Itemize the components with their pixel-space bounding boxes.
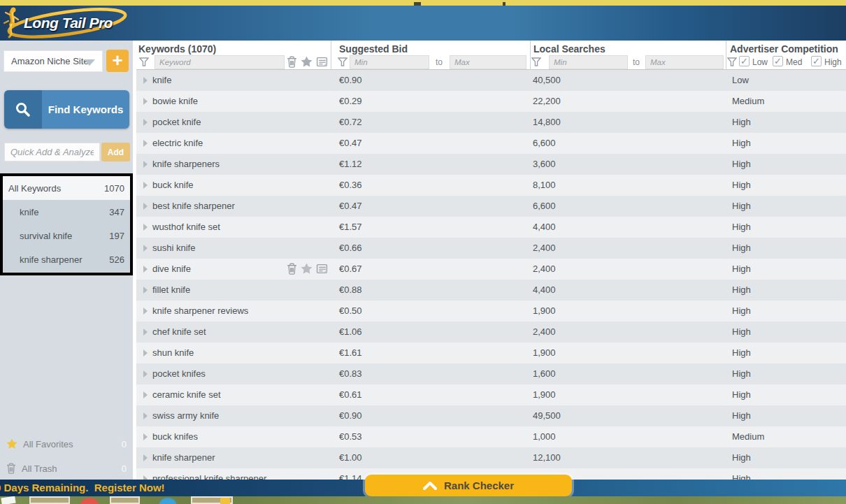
desktop-icon — [159, 498, 176, 504]
checkbox-med[interactable]: ✓ — [773, 56, 783, 66]
table-row[interactable]: wusthof knife set €1.57 4,400 High — [136, 217, 846, 238]
bid-cell: €0.66 — [339, 243, 362, 253]
searches-cell: 4,400 — [533, 285, 556, 295]
campaign-count: 526 — [109, 254, 124, 265]
add-campaign-button[interactable]: + — [106, 50, 129, 72]
checkbox-low-label: Low — [752, 57, 768, 67]
table-row[interactable]: shun knife €1.61 1,900 High — [136, 343, 846, 363]
searches-max-filter-input[interactable] — [645, 55, 724, 69]
expand-row-icon[interactable] — [143, 203, 148, 210]
bid-max-filter-input[interactable] — [450, 55, 526, 69]
table-row[interactable]: fillet knife €0.88 4,400 High — [136, 280, 846, 301]
browser-cropped-strip — [0, 0, 846, 6]
table-row[interactable]: electric knife €0.47 6,600 High — [136, 133, 846, 154]
campaign-select-dropdown[interactable]: Amazon Niche Site — [3, 50, 103, 72]
expand-row-icon[interactable] — [143, 245, 148, 252]
keyword-cell: bowie knife — [152, 96, 198, 106]
rank-checker-label: Rank Checker — [444, 480, 514, 491]
keyword-cell: chef knife set — [152, 326, 206, 337]
expand-row-icon[interactable] — [143, 370, 148, 377]
star-icon[interactable] — [301, 263, 313, 275]
expand-row-icon[interactable] — [143, 433, 148, 440]
table-row[interactable]: dive knife €0.67 2,400 High — [136, 259, 846, 280]
searches-cell: 8,100 — [533, 180, 556, 190]
campaign-label: knife — [20, 207, 38, 217]
expand-row-icon[interactable] — [143, 454, 148, 461]
table-row[interactable]: best knife sharpener €0.47 6,600 High — [136, 196, 846, 217]
find-keywords-label: Find Keywords — [42, 90, 129, 129]
column-header-local-searches: Local Searches — [533, 43, 605, 55]
trash-count: 0 — [122, 463, 127, 474]
expand-row-icon[interactable] — [143, 329, 148, 336]
column-divider — [530, 41, 531, 70]
expand-row-icon[interactable] — [143, 119, 148, 126]
competition-cell: High — [732, 389, 751, 400]
table-row[interactable]: pocket knifes €0.83 1,600 High — [136, 363, 846, 384]
expand-row-icon[interactable] — [143, 266, 148, 273]
keyword-rows: knife €0.90 40,500 Low bowie knife — [136, 70, 846, 480]
expand-row-icon[interactable] — [143, 182, 148, 189]
searches-min-filter-input[interactable] — [549, 55, 628, 69]
table-row[interactable]: chef knife set €1.06 2,400 High — [136, 322, 846, 343]
searches-cell: 40,500 — [533, 75, 561, 85]
campaign-label: survival knife — [20, 231, 72, 241]
trash-icon[interactable] — [287, 56, 297, 68]
sidebar-item-all-trash[interactable]: All Trash 0 — [0, 458, 133, 479]
quick-add-button[interactable]: Add — [101, 143, 130, 161]
sidebar-item-knife-sharpener[interactable]: knife sharpener 526 — [3, 247, 130, 271]
table-row[interactable]: bowie knife €0.29 22,200 Medium — [136, 91, 846, 112]
competition-cell: High — [732, 368, 751, 379]
table-row[interactable]: knife €0.90 40,500 Low — [136, 70, 846, 91]
expand-row-icon[interactable] — [143, 98, 148, 105]
table-row[interactable]: knife sharpener reviews €0.50 1,900 High — [136, 301, 846, 322]
filter-funnel-icon — [531, 57, 541, 69]
bid-cell: €0.50 — [339, 305, 362, 316]
trial-register-link[interactable]: 0 Days Remaining. Register Now! — [0, 482, 165, 494]
expand-row-icon[interactable] — [143, 350, 148, 357]
keyword-cell: pocket knife — [152, 117, 201, 127]
keyword-filter-input[interactable] — [155, 55, 285, 69]
star-icon[interactable] — [301, 56, 313, 68]
expand-row-icon[interactable] — [143, 77, 148, 84]
column-divider — [726, 41, 726, 70]
expand-row-icon[interactable] — [143, 308, 148, 315]
longtailpro-app-window: Long Tail Pro Amazon Niche Site + Find K… — [0, 0, 846, 504]
table-row[interactable]: knife sharpener €1.00 12,100 High — [136, 447, 846, 468]
trash-icon[interactable] — [287, 263, 297, 275]
rank-checker-button[interactable]: Rank Checker — [365, 475, 572, 496]
table-row[interactable]: swiss army knife €0.90 49,500 High — [136, 405, 846, 426]
sidebar-item-knife[interactable]: knife 347 — [3, 200, 130, 224]
sidebar-item-survival-knife[interactable]: survival knife 197 — [3, 224, 130, 247]
checkbox-low[interactable]: ✓ — [739, 56, 750, 66]
table-row[interactable]: buck knifes €0.53 1,000 Medium — [136, 426, 846, 447]
table-row[interactable]: sushi knife €0.66 2,400 High — [136, 238, 846, 259]
checkbox-high[interactable]: ✓ — [811, 56, 822, 66]
notes-icon[interactable] — [316, 263, 328, 275]
bid-cell: €0.36 — [339, 180, 362, 190]
table-row[interactable]: pocket knife €0.72 14,800 High — [136, 112, 846, 133]
expand-row-icon[interactable] — [143, 161, 148, 168]
expand-row-icon[interactable] — [143, 140, 148, 147]
expand-row-icon[interactable] — [143, 287, 148, 294]
competition-cell: Medium — [732, 96, 764, 106]
bid-min-filter-input[interactable] — [350, 55, 429, 69]
expand-row-icon[interactable] — [143, 412, 148, 419]
competition-cell: High — [732, 180, 751, 190]
table-row[interactable]: knife sharpeners €1.12 3,600 High — [136, 154, 846, 175]
campaign-count: 197 — [109, 231, 124, 241]
expand-row-icon[interactable] — [143, 391, 148, 398]
searches-cell: 2,400 — [533, 264, 556, 274]
quick-add-input[interactable] — [4, 143, 100, 161]
campaign-list-highlight-box: All Keywords 1070 knife 347 survival kni… — [0, 173, 133, 275]
sidebar-item-all-favorites[interactable]: All Favorites 0 — [0, 433, 133, 454]
sidebar-item-all-keywords[interactable]: All Keywords 1070 — [3, 176, 130, 200]
bid-cell: €0.29 — [339, 96, 362, 106]
keyword-cell: electric knife — [152, 138, 203, 148]
expand-row-icon[interactable] — [143, 224, 148, 231]
table-row[interactable]: ceramic knife set €0.61 1,900 High — [136, 384, 846, 405]
notes-icon[interactable] — [316, 56, 328, 68]
find-keywords-button[interactable]: Find Keywords — [4, 90, 129, 129]
table-row[interactable]: buck knife €0.36 8,100 High — [136, 175, 846, 196]
chevron-up-icon — [423, 482, 437, 490]
competition-cell: High — [732, 264, 751, 274]
